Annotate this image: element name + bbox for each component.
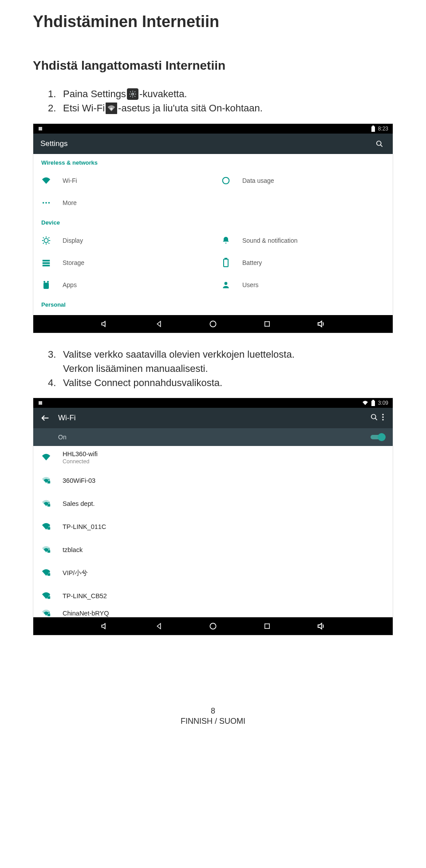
svg-point-20 (47, 281, 49, 283)
svg-line-28 (375, 418, 377, 420)
settings-item-label: Apps (63, 281, 77, 288)
wifi-network-name: 360WiFi-03 (63, 477, 385, 484)
bell-icon (221, 236, 231, 245)
svg-rect-4 (371, 126, 375, 132)
wifi-network-name: tzblack (63, 546, 385, 553)
nav-bar (33, 617, 393, 635)
svg-point-9 (43, 202, 44, 204)
status-bar: 8:23 (33, 124, 393, 134)
wifi-signal-icon (41, 608, 51, 617)
settings-item-data-usage[interactable]: Data usage (213, 170, 393, 192)
display-icon (41, 236, 51, 245)
svg-rect-37 (47, 596, 50, 599)
back-arrow-icon[interactable] (39, 411, 52, 425)
wifi-signal-icon (41, 522, 51, 532)
settings-item-battery[interactable]: Battery (213, 252, 393, 274)
svg-point-6 (377, 141, 381, 146)
section-wireless: Wireless & networks (33, 154, 393, 170)
status-bar: 3:09 (33, 398, 393, 408)
svg-point-27 (371, 414, 376, 419)
apps-icon (41, 280, 51, 290)
svg-rect-34 (47, 527, 50, 530)
svg-point-10 (45, 202, 47, 204)
settings-item-users[interactable]: Users (213, 274, 393, 296)
status-clock: 8:23 (378, 126, 388, 132)
recents-icon[interactable] (262, 319, 272, 329)
settings-item-label: Users (242, 281, 259, 288)
step-1-text-b: -kuvaketta. (139, 87, 187, 101)
settings-item-label: Storage (63, 259, 84, 266)
wifi-network-name: TP-LINK_011C (63, 523, 385, 530)
volume-up-icon[interactable] (316, 319, 326, 329)
svg-point-39 (210, 623, 216, 629)
step-1-text-a: Paina Settings (63, 87, 126, 101)
svg-point-11 (48, 202, 50, 204)
home-icon[interactable] (208, 319, 218, 329)
settings-item-wifi[interactable]: Wi-Fi (33, 170, 213, 192)
recents-icon[interactable] (262, 621, 272, 631)
home-icon[interactable] (208, 621, 218, 631)
wifi-network-name: ChinaNet-bRYQ (63, 610, 385, 617)
settings-icon (127, 88, 138, 100)
page-number: 8 (33, 706, 393, 716)
battery-icon (221, 258, 231, 268)
settings-item-sound[interactable]: Sound & notification (213, 229, 393, 252)
settings-item-display[interactable]: Display (33, 229, 213, 252)
settings-item-more[interactable]: More (33, 192, 393, 214)
back-icon[interactable] (154, 319, 164, 329)
volume-down-icon[interactable] (100, 621, 110, 631)
nav-bar (33, 315, 393, 333)
wifi-network-name: TP-LINK_CB52 (63, 592, 385, 600)
wifi-network-row[interactable]: VIP/小兮 (33, 561, 393, 584)
svg-rect-38 (47, 614, 50, 616)
data-usage-icon (221, 176, 231, 185)
settings-item-storage[interactable]: Storage (33, 252, 213, 274)
svg-rect-3 (39, 127, 42, 130)
settings-item-label: Battery (242, 259, 262, 266)
step-3-text: Valitse verkko saatavilla olevien verkko… (63, 347, 295, 362)
wifi-network-row[interactable]: Sales dept. (33, 492, 393, 515)
wifi-on-label: On (58, 434, 67, 441)
battery-icon (371, 126, 375, 132)
step-1-number: 1. (48, 87, 63, 101)
wifi-network-row[interactable]: HHL360-wifiConnected (33, 446, 393, 469)
svg-line-7 (381, 145, 383, 146)
back-icon[interactable] (154, 621, 164, 631)
page-footer: 8 FINNISH / SUOMI (33, 706, 393, 726)
svg-point-30 (382, 416, 383, 418)
wifi-signal-icon (41, 545, 51, 555)
wifi-network-row[interactable]: TP-LINK_CB52 (33, 584, 393, 608)
step-4-text: Valitse Connect ponnahdusvalikosta. (63, 376, 222, 390)
user-icon (221, 280, 231, 290)
volume-down-icon[interactable] (100, 319, 110, 329)
search-icon[interactable] (373, 138, 386, 150)
settings-title: Settings (40, 139, 67, 148)
step-4-number: 4. (48, 376, 63, 390)
step-2-text-a: Etsi Wi-Fi (63, 101, 105, 115)
wifi-on-row: On (33, 428, 393, 446)
svg-point-8 (223, 177, 229, 184)
wifi-network-row[interactable]: TP-LINK_011C (33, 515, 393, 538)
wifi-toggle[interactable] (371, 433, 386, 441)
svg-rect-17 (225, 258, 227, 259)
settings-item-label: Sound & notification (242, 237, 298, 244)
volume-up-icon[interactable] (316, 621, 326, 631)
settings-item-label: More (63, 199, 77, 206)
svg-point-22 (210, 321, 216, 327)
wifi-network-row[interactable]: tzblack (33, 538, 393, 561)
screenshot-wifi: 3:09 Wi-Fi On HHL360-wifiConnected360WiF… (33, 398, 393, 635)
overflow-menu-icon[interactable] (379, 413, 387, 424)
wifi-network-row[interactable]: ChinaNet-bRYQ (33, 608, 393, 617)
svg-point-0 (132, 93, 134, 95)
wifi-signal-icon (41, 568, 51, 578)
screenshot-settings: 8:23 Settings Wireless & networks Wi-Fi (33, 123, 393, 333)
search-icon[interactable] (370, 413, 379, 424)
settings-item-apps[interactable]: Apps (33, 274, 213, 296)
wifi-network-row[interactable]: 360WiFi-03 (33, 469, 393, 492)
wifi-network-list: HHL360-wifiConnected360WiFi-03Sales dept… (33, 446, 393, 617)
step-list-2: 3. Valitse verkko saatavilla olevien ver… (48, 347, 393, 390)
svg-rect-14 (43, 262, 50, 264)
notification-icon (38, 126, 43, 131)
wifi-signal-icon (41, 591, 51, 601)
settings-titlebar: Settings (33, 134, 393, 154)
